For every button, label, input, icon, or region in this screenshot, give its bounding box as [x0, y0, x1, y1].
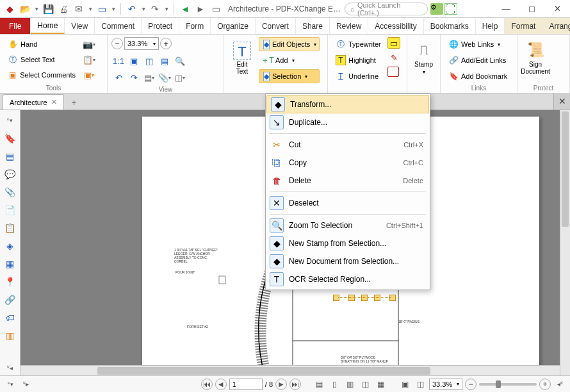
sb-single-page-icon[interactable]: ▯	[328, 378, 341, 391]
content-pane-icon[interactable]: ▦	[3, 256, 18, 272]
ctx-new-document[interactable]: ◆ New Document from Selection...	[266, 252, 430, 270]
add-button[interactable]: ＋TAdd▾	[259, 53, 320, 67]
rotate-ccw-icon[interactable]: ↶	[111, 70, 126, 85]
sb-two-continuous-icon[interactable]: ▦	[374, 378, 387, 391]
menu-bookmarks[interactable]: Bookmarks	[424, 18, 476, 34]
sb-options-icon[interactable]: ᴷ▾	[4, 378, 17, 391]
first-page-button[interactable]: ⏮	[201, 379, 213, 390]
menu-arrange[interactable]: Arrange	[542, 18, 570, 34]
scan-icon[interactable]: ▭	[95, 2, 109, 16]
minimize-button[interactable]: —	[493, 0, 519, 18]
add-edit-links-button[interactable]: 🔗Add/Edit Links	[444, 53, 511, 67]
menu-review[interactable]: Review	[330, 18, 368, 34]
highlight-button[interactable]: THighlight	[332, 53, 385, 67]
fit-visible-icon[interactable]: ▤	[158, 54, 172, 68]
signatures-pane-icon[interactable]: 📋	[3, 220, 18, 236]
zoom-slider-thumb[interactable]	[496, 380, 501, 388]
panes-icon[interactable]: ◫▾	[173, 70, 187, 85]
zoom-combo[interactable]: 33.3%▾	[124, 37, 159, 50]
ctx-delete[interactable]: 🗑 Delete Delete	[266, 172, 430, 190]
snapshot-icon[interactable]: 📷 ▾	[82, 37, 96, 51]
web-links-button[interactable]: 🌐Web Links▾	[444, 37, 511, 51]
menu-organize[interactable]: Organize	[211, 18, 256, 34]
close-pane-button[interactable]: ✕	[553, 93, 570, 110]
actual-size-icon[interactable]: 1:1	[111, 54, 126, 68]
edit-objects-button[interactable]: ◆Edit Objects▾	[259, 37, 320, 51]
add-tab-button[interactable]: +	[67, 95, 82, 110]
pencil-icon[interactable]: ✎	[387, 51, 402, 65]
redo-dropdown-icon[interactable]: ▾	[163, 2, 170, 16]
rotate-cw-icon[interactable]: ↷	[127, 70, 141, 85]
last-page-button[interactable]: ⏭	[289, 379, 301, 390]
thumbnails-pane-icon[interactable]: ▤	[3, 149, 18, 164]
underline-button[interactable]: TUnderline	[332, 69, 385, 83]
ctx-copy[interactable]: ⿻ Copy Ctrl+C	[266, 154, 430, 172]
ctx-zoom-to-selection[interactable]: 🔍 Zoom To Selection Ctrl+Shift+1	[266, 216, 430, 234]
collapse-icon[interactable]: ᴷ◂	[3, 360, 18, 375]
options-icon[interactable]: ᴷ▾	[3, 113, 18, 128]
stamp-button[interactable]: ⎍ Stamp ▾	[411, 37, 436, 79]
menu-protect[interactable]: Protect	[142, 18, 179, 34]
note-icon[interactable]: ▭	[387, 37, 400, 49]
clipboard-icon[interactable]: 📋 ▾	[82, 53, 96, 67]
scan-dropdown-icon[interactable]: ▾	[110, 2, 117, 16]
menu-comment[interactable]: Comment	[95, 18, 142, 34]
hand-tool[interactable]: ✋Hand	[4, 37, 79, 51]
ctx-cut[interactable]: ✂ Cut Ctrl+X	[266, 136, 430, 154]
app-icon[interactable]: ◆	[3, 2, 17, 16]
ctx-new-stamp[interactable]: ◆ New Stamp from Selection...	[266, 234, 430, 252]
open-icon[interactable]: 📂	[18, 2, 32, 16]
menu-share[interactable]: Share	[296, 18, 330, 34]
undo-icon[interactable]: ↶	[125, 2, 139, 16]
sb-collapse-icon[interactable]: ◂ᴷ	[553, 378, 566, 391]
sign-document-button[interactable]: 📜 Sign Document	[521, 37, 550, 79]
prev-page-button[interactable]: ◄	[215, 379, 227, 390]
sb-continuous-icon[interactable]: ▥	[343, 378, 356, 391]
tags-pane-icon[interactable]: 🏷	[3, 310, 18, 325]
quick-launch-search[interactable]: ⌕ Quick Launch (Ctrl+.)	[345, 3, 428, 15]
mail-icon[interactable]: ✉	[72, 2, 86, 16]
vertical-scrollbar[interactable]	[560, 110, 570, 375]
edit-text-button[interactable]: T Edit Text	[228, 37, 256, 79]
selection-button[interactable]: ◆Selection▾	[259, 69, 320, 83]
zoom-field[interactable]: 33.3%▾	[429, 379, 462, 390]
menu-format[interactable]: Format	[505, 18, 542, 34]
ctx-ocr[interactable]: T OCR Selected Region...	[266, 270, 430, 288]
destinations-pane-icon[interactable]: 📍	[3, 274, 18, 290]
fit-width-icon[interactable]: ◫	[142, 54, 156, 68]
sb-zoom-out-button[interactable]: −	[465, 379, 476, 390]
fit-page-icon[interactable]: ▣	[127, 54, 141, 68]
menu-help[interactable]: Help	[476, 18, 505, 34]
ctx-deselect[interactable]: ✕ Deselect	[266, 194, 430, 212]
menu-view[interactable]: View	[65, 18, 95, 34]
sb-fit-width-icon[interactable]: ◫	[414, 378, 427, 391]
mail-dropdown-icon[interactable]: ▾	[87, 2, 94, 16]
ui-options-icon[interactable]: ⚙	[430, 3, 443, 15]
attachments-pane-icon[interactable]: 📎	[3, 184, 18, 200]
print-icon[interactable]: 🖨	[56, 2, 70, 16]
bookmarks-pane-icon[interactable]: 🔖	[3, 131, 18, 146]
rect-icon[interactable]	[387, 67, 399, 77]
sb-fit-page-icon[interactable]: ▣	[398, 378, 411, 391]
zoom-out-button[interactable]: −	[111, 38, 123, 49]
menu-home[interactable]: Home	[31, 18, 65, 34]
tab-close-icon[interactable]: ✕	[51, 98, 57, 106]
ctx-duplicate[interactable]: ↘ Duplicate...	[266, 113, 430, 131]
sb-zoom-in-button[interactable]: +	[539, 379, 551, 390]
fields-pane-icon[interactable]: 📄	[3, 202, 18, 218]
close-button[interactable]: ✕	[544, 0, 570, 18]
maximize-button[interactable]: ◻	[519, 0, 544, 18]
other-tools-icon[interactable]: ▣ ▾	[82, 68, 96, 82]
select-comments-tool[interactable]: ▣Select Comments	[4, 68, 79, 82]
sb-two-page-icon[interactable]: ◫	[359, 378, 371, 391]
nav-fwd-icon[interactable]: ►	[193, 2, 208, 16]
page-display-icon[interactable]: ▤▾	[142, 70, 156, 85]
horizontal-scrollbar[interactable]	[20, 365, 560, 375]
select-text-tool[interactable]: ⓉSelect Text	[4, 53, 79, 67]
redo-icon[interactable]: ↷	[148, 2, 162, 16]
typewriter-button[interactable]: ⓉTypewriter	[332, 37, 385, 51]
add-bookmark-button[interactable]: 🔖Add Bookmark	[444, 69, 511, 83]
page-icon[interactable]: ▭	[209, 2, 223, 16]
links-pane-icon[interactable]: 🔗	[3, 292, 18, 307]
qat-dropdown-icon[interactable]: ▾	[33, 2, 40, 16]
